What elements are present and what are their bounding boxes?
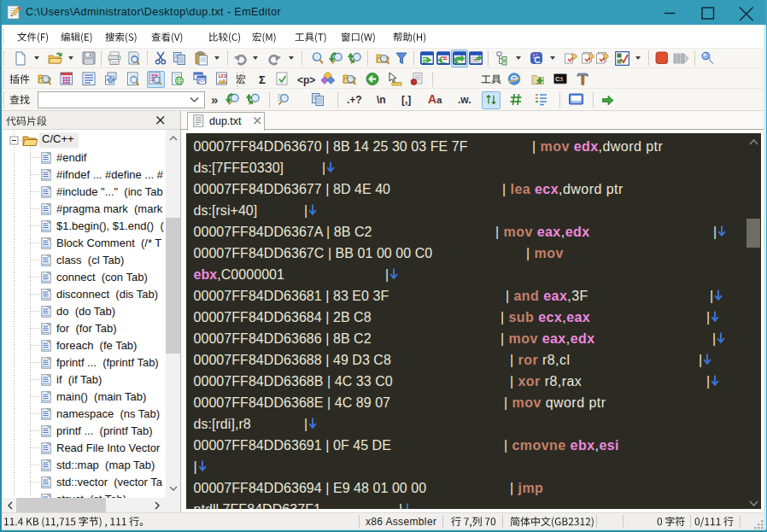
svg-text:123: 123: [218, 73, 227, 79]
svg-text:C:\: C:\: [555, 76, 563, 82]
